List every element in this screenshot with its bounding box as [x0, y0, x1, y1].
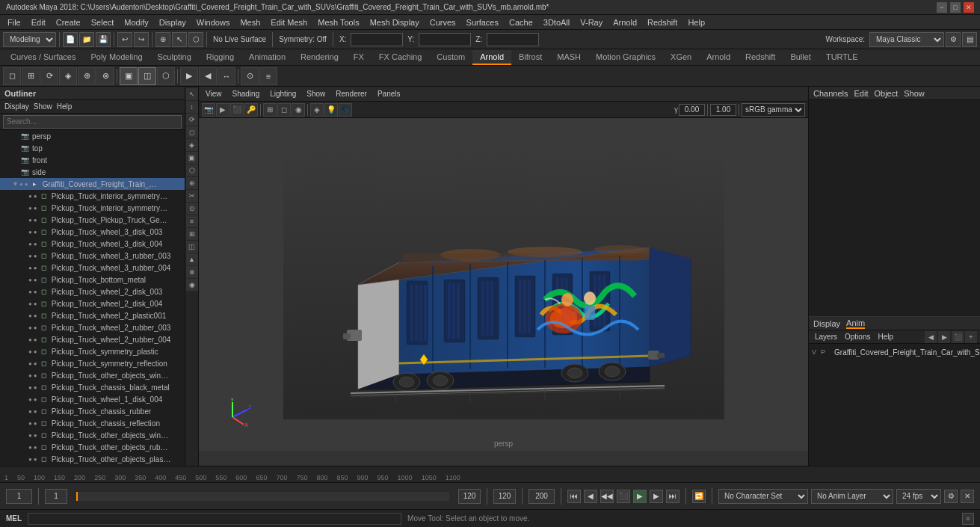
left-tool-icon-9[interactable]: ⊙	[186, 203, 198, 215]
redo-icon[interactable]: ↪	[134, 32, 149, 47]
outliner-item[interactable]: ●● ◻ Pickup_Truck_symmetry_reflection	[0, 357, 185, 369]
outliner-item[interactable]: ●● ◻ Pickup_Truck_Pickup_Truck_Generic_b…	[0, 214, 185, 226]
outliner-item[interactable]: ●● ◻ Pickup_Truck_other_objects_plastic_…	[0, 465, 185, 466]
vis-dot2[interactable]: ●	[34, 408, 37, 415]
channels-show-menu[interactable]: Show	[904, 89, 925, 98]
layer-p-icon[interactable]: P	[821, 348, 825, 356]
outliner-item[interactable]: ●● ◻ Pickup_Truck_wheel_2_disk_003	[0, 286, 185, 298]
shelf-icon-2[interactable]: ⊞	[22, 67, 40, 85]
lasso-icon[interactable]: ⬡	[188, 32, 203, 47]
viewport-canvas[interactable]: Z X Y persp	[199, 118, 808, 451]
vis-dot[interactable]: ●	[28, 396, 32, 403]
vis-dot2[interactable]: ●	[34, 324, 37, 331]
layer-v-icon[interactable]: V	[812, 348, 816, 356]
left-tool-icon-14[interactable]: ⊗	[186, 266, 198, 278]
vis-dot[interactable]: ●	[28, 277, 32, 283]
vis-dot2[interactable]: ●	[34, 360, 37, 367]
tab-arnold[interactable]: Arnold	[699, 50, 738, 65]
range-end-field[interactable]	[458, 489, 481, 504]
tab-xgen[interactable]: XGen	[663, 50, 699, 65]
vis-dot[interactable]: ●	[28, 265, 32, 271]
menu-item-help[interactable]: Help	[683, 16, 709, 28]
z-field[interactable]	[487, 33, 539, 46]
outliner-help-menu[interactable]: Help	[57, 102, 73, 111]
outliner-display-menu[interactable]: Display	[4, 102, 29, 111]
outliner-item[interactable]: ●● ◻ Pickup_Truck_wheel_2_rubber_003	[0, 321, 185, 333]
vis-dot2[interactable]: ●	[34, 205, 37, 212]
vis-dot[interactable]: ●	[28, 301, 32, 307]
tab-rendering[interactable]: Rendering	[293, 50, 346, 65]
workspace-icon1[interactable]: ⚙	[946, 32, 961, 47]
vis-dot2[interactable]: ●	[34, 312, 37, 319]
vis-dot2[interactable]: ●	[34, 384, 37, 391]
outliner-item[interactable]: ●● ◻ Pickup_Truck_chassis_reflection	[0, 417, 185, 429]
range-start-field[interactable]	[45, 489, 67, 504]
stop-button[interactable]: ⬛	[617, 490, 630, 503]
char-set-dropdown[interactable]: No Character Set	[718, 489, 808, 504]
anim-tab[interactable]: Anim	[846, 318, 865, 329]
scrubber-handle[interactable]	[76, 492, 78, 501]
undo-icon[interactable]: ↩	[117, 32, 132, 47]
maximize-button[interactable]: □	[950, 2, 961, 13]
outliner-item[interactable]: 📷 front	[0, 154, 185, 166]
y-field[interactable]	[419, 33, 471, 46]
layer-item[interactable]: V P Graffiti_Covered_Freight_Train_Car_w…	[809, 344, 980, 360]
channels-edit-menu[interactable]: Edit	[854, 89, 868, 98]
play-forward-button[interactable]: ▶	[633, 490, 647, 503]
vis-dot[interactable]: ●	[28, 324, 32, 331]
x-field[interactable]	[351, 33, 403, 46]
outliner-item[interactable]: ▼ ●● ▸ Graffiti_Covered_Freight_Train_Ca…	[0, 178, 185, 190]
menu-item-display[interactable]: Display	[155, 16, 191, 28]
vp-icon-play[interactable]: ▶	[216, 103, 229, 117]
outliner-item[interactable]: ●● ◻ Pickup_Truck_other_objects_plastic_…	[0, 453, 185, 465]
menu-item-edit[interactable]: Edit	[27, 16, 50, 28]
display-tab[interactable]: Display	[813, 319, 840, 328]
shelf-icon-3[interactable]: ⟳	[40, 67, 58, 85]
minimize-button[interactable]: −	[937, 2, 947, 13]
current-frame-field[interactable]	[6, 489, 32, 504]
shelf-icon-11[interactable]: ◀	[199, 67, 217, 85]
vis-dot2[interactable]: ●	[25, 181, 28, 188]
outliner-item[interactable]: ●● ◻ Pickup_Truck_other_objects_windows_…	[0, 369, 185, 381]
layers-menu[interactable]: Layers	[812, 333, 840, 341]
total-frames-field[interactable]	[528, 489, 555, 504]
play-back-button[interactable]: ◀◀	[600, 490, 614, 503]
left-tool-icon-3[interactable]: ◻	[186, 126, 198, 138]
outliner-content[interactable]: 📷 persp 📷 top 📷 front 📷 side ▼ ●● ▸ Graf…	[0, 130, 185, 466]
go-start-button[interactable]: ⏮	[567, 490, 581, 503]
viewport-show-menu[interactable]: Show	[303, 88, 329, 99]
vis-dot2[interactable]: ●	[34, 348, 37, 355]
vis-dot[interactable]: ●	[28, 241, 32, 247]
menu-item-modify[interactable]: Modify	[120, 16, 152, 28]
left-tool-icon-5[interactable]: ▣	[186, 152, 198, 164]
left-tool-icon-8[interactable]: ✂	[186, 190, 198, 202]
fps-dropdown[interactable]: 24 fps	[896, 489, 941, 504]
vis-dot[interactable]: ●	[28, 408, 32, 415]
transform-icon[interactable]: ⊕	[155, 32, 170, 47]
outliner-item[interactable]: ●● ◻ Pickup_Truck_wheel_3_rubber_003	[0, 250, 185, 262]
vp-icon-key[interactable]: 🔑	[244, 103, 258, 117]
viewport-view-menu[interactable]: View	[202, 88, 226, 99]
tab-arnold[interactable]: Arnold	[472, 50, 511, 65]
vis-dot2[interactable]: ●	[34, 277, 37, 283]
outliner-item[interactable]: ●● ◻ Pickup_Truck_interior_symmetry_plas…	[0, 190, 185, 202]
menu-item-arnold[interactable]: Arnold	[608, 16, 641, 28]
tab-bifrost[interactable]: Bifrost	[511, 50, 549, 65]
vp-icon-stop[interactable]: ⬛	[230, 103, 244, 117]
next-frame-button[interactable]: ▶	[650, 490, 663, 503]
vis-dot2[interactable]: ●	[34, 456, 37, 463]
outliner-item[interactable]: 📷 side	[0, 166, 185, 178]
vis-dot[interactable]: ●	[28, 420, 32, 427]
outliner-item[interactable]: ●● ◻ Pickup_Truck_chassis_black_metal	[0, 381, 185, 393]
vis-dot2[interactable]: ●	[34, 229, 37, 235]
vis-dot[interactable]: ●	[28, 348, 32, 355]
vis-dot[interactable]: ●	[28, 384, 32, 391]
vis-dot2[interactable]: ●	[34, 265, 37, 271]
vis-dot2[interactable]: ●	[34, 301, 37, 307]
tab-fx[interactable]: FX	[346, 50, 372, 65]
menu-item-edit-mesh[interactable]: Edit Mesh	[266, 16, 312, 28]
shelf-icon-13[interactable]: ⊙	[241, 67, 259, 85]
timeline-ruler[interactable]: 1501001502002503003504004505005506006507…	[0, 466, 980, 483]
left-tool-icon-1[interactable]: ↕	[186, 101, 198, 113]
menu-item-mesh[interactable]: Mesh	[235, 16, 265, 28]
